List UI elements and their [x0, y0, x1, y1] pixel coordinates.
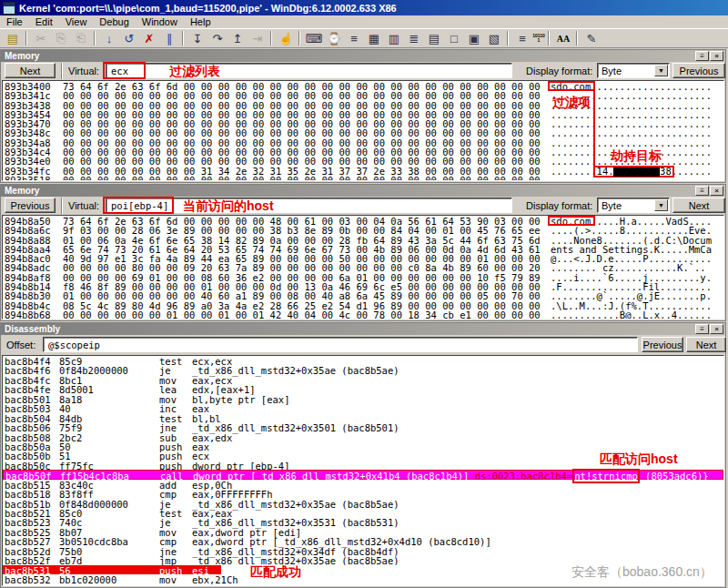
- disassembly-line: bac8b5018a18movbl,byte ptr [eax]: [3, 394, 723, 403]
- step-into-icon[interactable]: ↧: [187, 29, 207, 47]
- processes-window-icon[interactable]: ▣: [464, 29, 484, 47]
- disassembly-line: bac8b50fff15b4c1c8bacalldword ptr [_td_x…: [3, 470, 723, 479]
- memory2-controls: Previous Virtual: poi[ebp-4] 当前访问的host D…: [1, 197, 725, 215]
- chevron-down-icon[interactable]: ▼: [654, 65, 668, 76]
- close-icon[interactable]: ×: [710, 186, 723, 196]
- menu-item[interactable]: File: [0, 16, 29, 27]
- menu-item[interactable]: Window: [136, 16, 184, 27]
- registers-window-icon[interactable]: ▦: [364, 29, 384, 47]
- watermark: 安全客（bobao.360.cn）: [571, 564, 713, 581]
- callstack-window-icon[interactable]: ≣: [404, 29, 424, 47]
- annotation-box-poi: [103, 197, 174, 214]
- memory-row: 894b8a6c9f 03 00 00 28 06 3e 89 00 00 00…: [3, 225, 723, 234]
- filter-item-box: [548, 81, 595, 91]
- scratchpad-icon[interactable]: □: [444, 29, 464, 47]
- watch-window-icon[interactable]: ⌚: [324, 29, 344, 47]
- memory-row: 893b343800 00 00 00 00 00 00 00 00 00 00…: [3, 100, 723, 109]
- disassembly-line: bac8b50340inceax: [3, 403, 723, 412]
- memory-row: 894b8adc00 00 00 00 80 00 00 09 20 63 7a…: [3, 262, 723, 271]
- memory-window-1: Memory ≡ × Next Virtual: ecx 过滤列表 Displa…: [0, 49, 726, 183]
- options-icon[interactable]: ✎: [581, 29, 602, 47]
- cut-icon[interactable]: ✂: [31, 29, 51, 47]
- chevron-down-icon[interactable]: ▼: [654, 199, 668, 211]
- row-address: 894b8b68: [5, 309, 51, 319]
- source-mode-icon[interactable]: ≡: [512, 29, 532, 47]
- command-window-icon[interactable]: ⌨: [304, 29, 324, 47]
- memory-row: 894b8b3001 00 00 00 00 00 00 00 40 60 a1…: [3, 290, 723, 299]
- memory2-title: Memory: [5, 186, 39, 196]
- disassembly-line: bac8b5082bc2subeax,edx: [3, 432, 723, 441]
- row-hex: 00 00 00 00 00 00 00 00 00 00 00 00 00 0…: [63, 175, 541, 181]
- annotation-box-ecx: [103, 62, 146, 79]
- memory1-hexdump: 893b340073 64 6f 2e 63 6f 6d 00 00 00 00…: [2, 80, 724, 181]
- disassembly-controls: Offset: @$scopeip Previous Next: [1, 335, 725, 355]
- menu-item[interactable]: Edit: [29, 16, 59, 27]
- memory1-title: Memory: [5, 51, 39, 61]
- instruction-address: bac8b532: [5, 574, 51, 585]
- modules-window-icon[interactable]: ▧: [484, 29, 504, 47]
- previous-button[interactable]: Previous: [642, 337, 683, 352]
- menu-item[interactable]: Help: [184, 16, 217, 27]
- menu-item[interactable]: Debug: [93, 16, 135, 27]
- memory-row: 894b8b6800 00 00 00 00 00 01 00 00 01 00…: [3, 309, 723, 319]
- dock-icon[interactable]: ≡: [695, 324, 709, 334]
- memory-row: 893b341c00 00 00 00 00 00 00 00 00 00 00…: [3, 90, 723, 99]
- dock-icon[interactable]: ≡: [695, 51, 709, 61]
- break-hand-icon[interactable]: ☝: [276, 29, 296, 47]
- paste-icon[interactable]: ⎗: [71, 29, 91, 47]
- divider: [61, 198, 63, 214]
- row-address: 893b3518: [5, 175, 51, 181]
- next-button[interactable]: Next: [5, 63, 56, 78]
- disassembly-line: bac8b50484dbtestbl,bl: [3, 413, 723, 422]
- annotation-hijack-target: 劫持目标: [611, 148, 662, 165]
- font-icon[interactable]: AA: [553, 29, 573, 47]
- disassembly-line: bac8b5273b0510cdc8bacmpeax,dword ptr [_t…: [3, 536, 723, 545]
- annotation-match-host: 匹配访问host: [600, 451, 678, 468]
- copy-icon[interactable]: ⎘: [51, 29, 71, 47]
- break-icon[interactable]: ∥: [159, 29, 179, 47]
- close-icon[interactable]: ×: [710, 324, 723, 334]
- memory-row: 893b345400 00 00 00 00 00 00 00 00 00 00…: [3, 109, 723, 118]
- dock-icon[interactable]: ≡: [695, 186, 709, 196]
- previous-button[interactable]: Previous: [5, 198, 56, 213]
- instruction-operands: ebx,21Ch: [192, 574, 238, 585]
- current-host-box: [548, 216, 595, 226]
- offset-input[interactable]: @$scopeip: [43, 337, 638, 352]
- byte-code-icon[interactable]: 101101: [532, 29, 545, 47]
- restart-icon[interactable]: ↺: [119, 29, 139, 47]
- virtual-address-input[interactable]: ecx: [106, 63, 512, 78]
- stop-debugging-icon[interactable]: ✗: [139, 29, 159, 47]
- disassembly-line: bac8b4fe8d5001leaedx,[eax+1]: [3, 384, 723, 393]
- display-format-select[interactable]: Byte ▼: [597, 198, 670, 213]
- display-format-select[interactable]: Byte ▼: [597, 63, 670, 78]
- window-title: Kernel 'com:port=\\.\pipe\com_1,baud=115…: [19, 3, 397, 14]
- next-button[interactable]: Next: [672, 198, 725, 213]
- instruction-bytes: bb1c020000: [59, 574, 116, 585]
- annotation-current-host: 当前访问的host: [183, 198, 274, 215]
- step-over-icon[interactable]: ↷: [207, 29, 228, 47]
- disassembly-line: bac8b4f485c9testecx,ecx: [3, 356, 723, 365]
- step-out-icon[interactable]: ↥: [228, 29, 248, 47]
- go-icon[interactable]: ↓: [99, 29, 119, 47]
- annotation-filter-item: 过滤项: [552, 95, 591, 111]
- disassembly-listing: bac8b4f485c9testecx,ecxbac8b4f60f84b2000…: [2, 355, 724, 586]
- display-format-value: Byte: [602, 200, 622, 211]
- memory-row: 893b340073 64 6f 2e 63 6f 6d 00 00 00 00…: [3, 81, 723, 90]
- run-to-cursor-icon[interactable]: ⇥: [248, 29, 268, 47]
- close-icon[interactable]: ×: [710, 51, 723, 61]
- disassembly-window-icon[interactable]: ▤: [424, 29, 444, 47]
- memory-window-icon[interactable]: ▥: [384, 29, 404, 47]
- windbg-window: Kernel 'com:port=\\.\pipe\com_1,baud=115…: [0, 0, 728, 588]
- memory-row: 894b8aa465 6e 74 73 20 61 6e 64 20 53 65…: [3, 244, 723, 253]
- locals-window-icon[interactable]: ≡: [344, 29, 364, 47]
- virtual-label: Virtual:: [68, 66, 99, 76]
- menubar: FileEditViewDebugWindowHelp: [0, 15, 728, 28]
- next-button[interactable]: Next: [686, 337, 726, 352]
- menu-item[interactable]: View: [59, 16, 94, 27]
- memory-row: 894b8a5073 64 6f 2e 63 6f 6d 00 00 00 00…: [3, 216, 723, 225]
- previous-button[interactable]: Previous: [672, 63, 725, 78]
- memory-window-2: Memory ≡ × Previous Virtual: poi[ebp-4] …: [0, 184, 726, 321]
- display-format-label: Display format:: [526, 66, 592, 76]
- open-file-icon[interactable]: ▤: [3, 29, 23, 47]
- annotation-match-success: 匹配成功: [250, 564, 301, 581]
